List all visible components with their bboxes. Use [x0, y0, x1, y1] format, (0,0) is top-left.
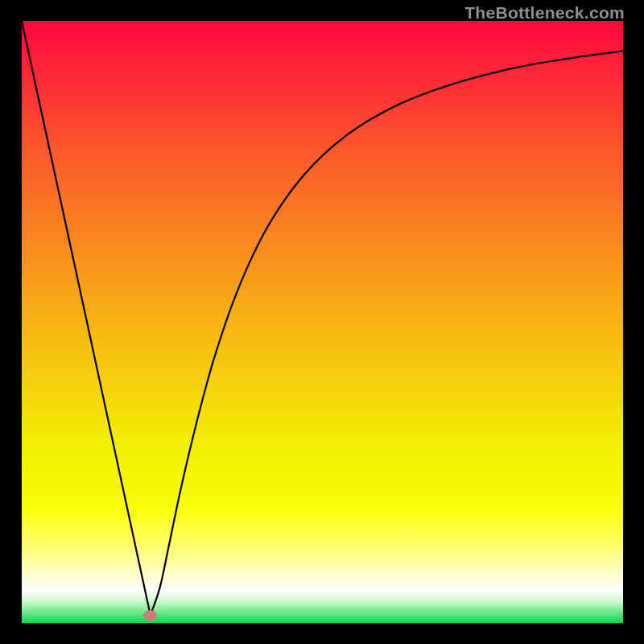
watermark-text: TheBottleneck.com [464, 3, 625, 23]
chart-svg [0, 0, 644, 644]
chart-frame: TheBottleneck.com [0, 0, 644, 644]
gradient-background [22, 21, 623, 623]
minimum-marker [143, 610, 157, 621]
